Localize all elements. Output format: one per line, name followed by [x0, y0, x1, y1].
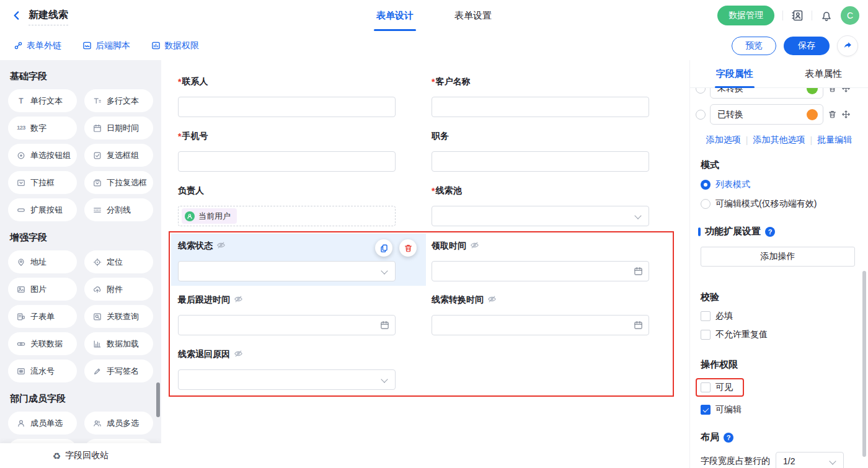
- field-type-button[interactable]: 下拉复选框: [84, 171, 153, 194]
- checkbox[interactable]: [701, 330, 711, 340]
- user-field-box[interactable]: 当前用户: [178, 206, 396, 226]
- question-icon[interactable]: ?: [765, 227, 775, 237]
- avatar[interactable]: C: [841, 6, 859, 25]
- text-single-icon: T: [16, 97, 26, 105]
- divider: |: [810, 135, 813, 145]
- option-radio[interactable]: [696, 110, 706, 120]
- date-field[interactable]: [432, 261, 649, 281]
- panel-scrollbar[interactable]: [862, 271, 866, 457]
- header-tab[interactable]: 表单设置: [452, 0, 494, 31]
- toolbar-link[interactable]: 后端脚本: [82, 40, 130, 51]
- option-action-link[interactable]: 批量编辑: [817, 135, 852, 146]
- copy-field-button[interactable]: [375, 239, 392, 257]
- field-type-button[interactable]: 单选按钮组: [8, 144, 77, 167]
- preview-button[interactable]: 预览: [732, 37, 776, 55]
- option-input[interactable]: 未转换: [710, 88, 823, 99]
- field-type-button[interactable]: 复选框组: [84, 144, 153, 167]
- field-type-button[interactable]: 附件: [84, 278, 153, 301]
- toolbar-link[interactable]: 数据权限: [151, 40, 199, 51]
- form-field[interactable]: *客户名称: [432, 76, 649, 117]
- form-field[interactable]: 线索退回原因: [178, 348, 396, 390]
- text-input-field[interactable]: [178, 151, 396, 172]
- field-type-button[interactable]: 定位: [84, 250, 153, 273]
- field-type-button[interactable]: 成员多选: [84, 412, 153, 435]
- field-type-button[interactable]: 关联数据: [8, 332, 77, 355]
- field-type-button[interactable]: 分割线: [84, 198, 153, 221]
- bell-icon[interactable]: [820, 9, 833, 22]
- mode-radio-row[interactable]: 可编辑模式(仅移动端有效): [701, 198, 868, 210]
- date-field[interactable]: [178, 315, 396, 335]
- panel-tab[interactable]: 字段属性: [690, 60, 779, 87]
- delete-field-button[interactable]: [399, 239, 417, 257]
- trash-icon[interactable]: [828, 88, 837, 93]
- field-recycle-bin[interactable]: ♻ 字段回收站: [0, 443, 161, 468]
- form-field[interactable]: *手机号: [178, 130, 396, 172]
- mode-radio[interactable]: [701, 199, 711, 209]
- option-row: 未转换: [696, 88, 862, 99]
- field-type-button[interactable]: 多行文本: [84, 89, 153, 112]
- form-field[interactable]: 负责人当前用户: [178, 185, 396, 226]
- field-type-button[interactable]: 地址: [8, 250, 77, 273]
- contacts-icon[interactable]: [791, 9, 804, 22]
- form-field[interactable]: 线索转换时间: [432, 294, 649, 335]
- mode-radio[interactable]: [701, 180, 711, 190]
- sidebar-scrollbar[interactable]: [156, 382, 160, 417]
- form-field[interactable]: 职务: [432, 130, 649, 172]
- field-type-button[interactable]: 图片: [8, 278, 77, 301]
- validation-checkbox-row[interactable]: 不允许重复值: [701, 329, 868, 340]
- permission-checkbox-row[interactable]: 可见: [701, 378, 868, 397]
- form-field-label-row: 最后跟进时间: [178, 294, 396, 306]
- field-type-button[interactable]: 扩展按钮: [8, 198, 77, 221]
- layout-section-title: 布局: [701, 431, 719, 443]
- select-field[interactable]: [432, 206, 649, 226]
- field-type-button[interactable]: 手写签名: [84, 360, 153, 382]
- toolbar-link[interactable]: 表单外链: [14, 40, 61, 51]
- form-field-label-row: 负责人: [178, 185, 396, 197]
- form-field[interactable]: 线索状态: [178, 240, 396, 281]
- field-type-label: 数据加载: [107, 338, 139, 350]
- save-button[interactable]: 保存: [784, 37, 830, 55]
- form-field[interactable]: 最后跟进时间: [178, 294, 396, 335]
- field-type-button[interactable]: 流水号: [8, 360, 77, 382]
- question-icon[interactable]: ?: [724, 433, 733, 443]
- move-icon[interactable]: [841, 110, 851, 119]
- add-action-button[interactable]: 添加操作: [701, 247, 855, 267]
- checkbox[interactable]: [701, 382, 711, 392]
- field-type-button[interactable]: T单行文本: [8, 89, 77, 112]
- option-color-dot[interactable]: [807, 109, 818, 120]
- move-icon[interactable]: [841, 88, 851, 93]
- width-ratio-select[interactable]: 1/2: [776, 452, 844, 468]
- field-type-button[interactable]: 下拉框: [8, 171, 77, 194]
- share-button[interactable]: [837, 35, 858, 56]
- option-action-link[interactable]: 添加其他选项: [753, 135, 805, 146]
- option-input[interactable]: 已转换: [710, 104, 823, 125]
- select-field[interactable]: [178, 261, 396, 281]
- permission-checkbox-row[interactable]: 可编辑: [701, 404, 868, 415]
- select-field[interactable]: [178, 369, 396, 390]
- option-action-link[interactable]: 添加选项: [706, 135, 741, 146]
- option-radio[interactable]: [696, 88, 706, 94]
- checkbox[interactable]: [701, 311, 711, 321]
- panel-tab[interactable]: 表单属性: [779, 60, 868, 87]
- field-type-button[interactable]: 数据加载: [84, 332, 153, 355]
- date-field[interactable]: [432, 315, 649, 335]
- text-input-field[interactable]: [432, 151, 649, 172]
- header-tab[interactable]: 表单设计: [374, 0, 416, 31]
- back-icon[interactable]: [11, 10, 22, 21]
- validation-checkbox-row[interactable]: 必填: [701, 311, 868, 322]
- mode-radio-row[interactable]: 列表模式: [701, 179, 868, 190]
- field-type-button[interactable]: 123数字: [8, 117, 77, 139]
- option-color-dot[interactable]: [807, 88, 818, 94]
- text-input-field[interactable]: [432, 97, 649, 117]
- field-type-button[interactable]: 子表单: [8, 305, 77, 328]
- text-input-field[interactable]: [178, 97, 396, 117]
- trash-icon[interactable]: [828, 110, 837, 119]
- field-type-button[interactable]: 成员单选: [8, 412, 77, 435]
- field-type-button[interactable]: 日期时间: [84, 117, 153, 139]
- form-field[interactable]: *联系人: [178, 76, 396, 117]
- form-field[interactable]: 领取时间: [432, 240, 649, 281]
- field-type-button[interactable]: 关联查询: [84, 305, 153, 328]
- form-field[interactable]: *线索池: [432, 185, 649, 226]
- checkbox[interactable]: [701, 405, 711, 415]
- data-manage-button[interactable]: 数据管理: [717, 6, 774, 25]
